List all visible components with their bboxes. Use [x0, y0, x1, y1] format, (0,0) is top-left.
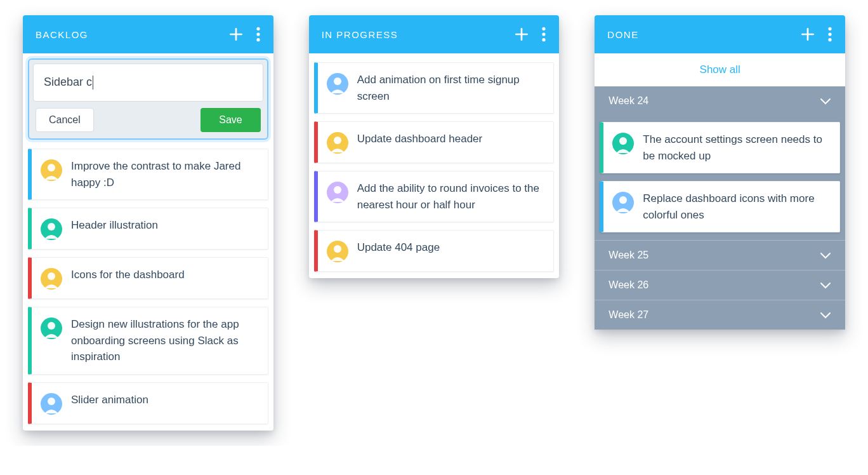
avatar [612, 133, 634, 154]
svg-point-32 [828, 38, 831, 41]
week-24-cards: The account settings screen needs to be … [595, 116, 845, 240]
save-button[interactable]: Save [201, 108, 260, 132]
column-title: BACKLOG [36, 29, 88, 40]
task-card[interactable]: Replace dashboard icons with more colorf… [600, 181, 840, 232]
column-title: DONE [607, 29, 638, 40]
column-in-progress: IN PROGRESS Add animation on first time … [309, 15, 560, 278]
avatar [41, 218, 62, 240]
task-text: Replace dashboard icons with more colorf… [643, 191, 829, 223]
week-header-25[interactable]: Week 25 [595, 240, 845, 270]
task-text: Header illustration [71, 217, 158, 234]
column-done: DONE Show all Week 24 The account settin… [595, 15, 845, 330]
svg-point-19 [542, 38, 546, 41]
add-card-icon[interactable] [513, 26, 530, 43]
svg-point-2 [256, 27, 260, 30]
column-header-done: DONE [595, 15, 845, 53]
column-menu-icon[interactable] [541, 26, 546, 43]
week-label: Week 26 [608, 279, 648, 291]
new-card-buttons: Cancel Save [29, 108, 267, 132]
week-header-24[interactable]: Week 24 [595, 86, 845, 116]
chevron-down-icon [820, 281, 831, 289]
task-card[interactable]: The account settings screen needs to be … [600, 122, 840, 173]
svg-point-36 [619, 196, 627, 204]
task-text: Update 404 page [357, 239, 440, 256]
svg-point-3 [256, 32, 260, 36]
task-text: Add the ability to round invoices to the… [357, 180, 544, 213]
avatar [327, 241, 348, 262]
column-header-backlog: BACKLOG [23, 15, 273, 53]
task-card[interactable]: Icons for the dashboard [28, 257, 268, 299]
avatar [327, 182, 348, 203]
column-actions [799, 26, 832, 43]
column-backlog: BACKLOG Sidebar c Cancel Save Improve th… [23, 15, 273, 431]
svg-point-4 [256, 38, 260, 41]
svg-point-8 [48, 223, 55, 231]
add-card-icon[interactable] [228, 26, 244, 43]
task-text: Improve the contrast to make Jared happy… [71, 158, 258, 191]
svg-point-23 [334, 137, 341, 144]
task-card[interactable]: Add animation on first time signup scree… [314, 62, 555, 114]
task-card[interactable]: Header illustration [28, 208, 268, 250]
column-menu-icon[interactable] [256, 26, 261, 43]
svg-point-14 [48, 398, 55, 405]
week-header-27[interactable]: Week 27 [595, 300, 845, 330]
svg-point-12 [48, 322, 55, 330]
card-list-backlog: Improve the contrast to make Jared happy… [23, 140, 273, 431]
week-list: Week 24 The account settings screen need… [595, 86, 845, 330]
svg-point-10 [48, 272, 55, 280]
task-text: Icons for the dashboard [71, 267, 185, 283]
avatar [41, 393, 62, 415]
column-menu-icon[interactable] [827, 26, 832, 43]
week-header-26[interactable]: Week 26 [595, 270, 845, 300]
task-text: Add animation on first time signup scree… [357, 72, 544, 104]
task-text: Design new illustrations for the app onb… [71, 316, 258, 365]
task-card[interactable]: Improve the contrast to make Jared happy… [28, 149, 268, 200]
task-card[interactable]: Slider animation [28, 382, 268, 424]
chevron-down-icon [820, 251, 831, 259]
avatar [327, 132, 348, 154]
show-all-button[interactable]: Show all [595, 53, 845, 86]
cancel-button[interactable]: Cancel [36, 108, 94, 132]
avatar [612, 192, 634, 213]
svg-point-18 [542, 32, 546, 36]
card-list-in-progress: Add animation on first time signup scree… [309, 53, 560, 278]
week-label: Week 27 [608, 309, 648, 321]
task-card[interactable]: Design new illustrations for the app onb… [28, 307, 268, 375]
avatar [327, 73, 348, 95]
column-header-in-progress: IN PROGRESS [309, 15, 560, 53]
task-card[interactable]: Update 404 page [314, 230, 555, 272]
week-label: Week 25 [608, 250, 648, 261]
avatar [41, 318, 62, 339]
svg-point-30 [828, 27, 831, 30]
task-card[interactable]: Add the ability to round invoices to the… [314, 171, 555, 222]
task-text: Slider animation [71, 392, 148, 408]
chevron-down-icon [820, 97, 831, 105]
avatar [41, 159, 62, 181]
svg-point-27 [334, 245, 341, 253]
new-card-editor: Sidebar c Cancel Save [28, 58, 268, 140]
svg-point-25 [334, 186, 341, 194]
task-card[interactable]: Update dashboard header [314, 121, 555, 163]
svg-point-21 [334, 77, 341, 85]
svg-point-6 [48, 164, 55, 171]
task-text: Update dashboard header [357, 131, 483, 147]
chevron-down-icon [820, 311, 831, 319]
svg-point-31 [828, 32, 831, 36]
task-text: The account settings screen needs to be … [643, 131, 829, 164]
column-actions [513, 26, 546, 43]
new-card-input[interactable]: Sidebar c [44, 76, 93, 88]
column-actions [228, 26, 261, 43]
avatar [41, 268, 62, 290]
svg-point-34 [619, 137, 627, 145]
text-caret [93, 76, 93, 90]
column-title: IN PROGRESS [322, 29, 398, 40]
add-card-icon[interactable] [799, 26, 816, 43]
new-card-input-wrap: Sidebar c [33, 64, 263, 102]
svg-point-17 [542, 27, 546, 30]
week-label: Week 24 [608, 95, 648, 107]
